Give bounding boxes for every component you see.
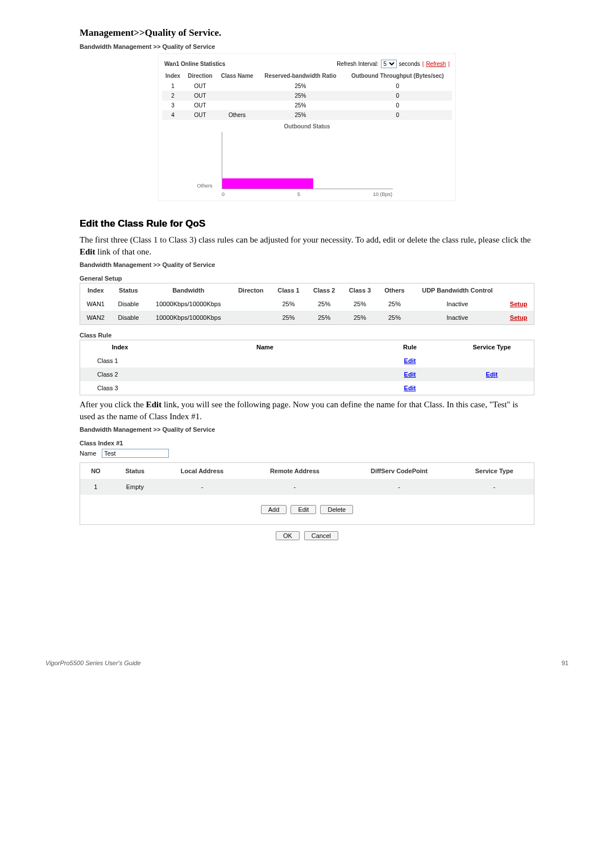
- cell: [231, 311, 271, 325]
- cell: Class 1: [80, 354, 160, 368]
- cell: OUT: [184, 91, 217, 101]
- cell: Edit: [450, 368, 534, 381]
- cell: Inactive: [412, 297, 504, 311]
- cell: 25%: [271, 311, 306, 325]
- cell: [160, 381, 370, 395]
- table-row: WAN2 Disable 10000Kbps/10000Kbps 25% 25%…: [80, 311, 534, 325]
- cell: Edit: [370, 354, 450, 368]
- th-udp: UDP Bandwidth Control: [412, 283, 504, 298]
- edit-link[interactable]: Edit: [486, 371, 498, 378]
- edit-link[interactable]: Edit: [404, 357, 416, 364]
- cell: 25%: [271, 297, 306, 311]
- cell: 2: [162, 91, 184, 101]
- general-setup-title: General Setup: [80, 275, 534, 282]
- chart-title: Outbound Status: [162, 123, 452, 130]
- cell: -: [344, 479, 455, 495]
- th-svc: Service Type: [454, 463, 534, 479]
- text: After you click the: [80, 400, 146, 409]
- setup-link[interactable]: Setup: [510, 301, 528, 307]
- delete-button[interactable]: Delete: [320, 505, 353, 514]
- th-no: NO: [80, 463, 111, 479]
- cell: 10000Kbps/10000Kbps: [146, 311, 231, 325]
- cell: 25%: [377, 311, 411, 325]
- cell: Edit: [370, 368, 450, 381]
- text-bold: Edit: [146, 400, 162, 409]
- th-blank: [503, 283, 534, 298]
- cell: Setup: [503, 297, 534, 311]
- cell: 25%: [306, 311, 342, 325]
- cell: [160, 354, 370, 368]
- cell: Class 2: [80, 368, 160, 381]
- cell: -: [159, 479, 246, 495]
- edit-link[interactable]: Edit: [404, 371, 416, 378]
- text-bold: Edit: [80, 247, 96, 256]
- th-others: Others: [377, 283, 411, 298]
- breadcrumb-1: Bandwidth Management >> Quality of Servi…: [80, 43, 534, 50]
- seconds-label: seconds: [399, 61, 420, 67]
- setup-link[interactable]: Setup: [510, 314, 528, 321]
- th-direction: Direction: [184, 70, 217, 81]
- cell: 25%: [377, 297, 411, 311]
- cell: 0: [343, 91, 452, 101]
- pipe: |: [448, 61, 450, 67]
- stats-title: Wan1 Online Statistics: [164, 61, 225, 67]
- th-class3: Class 3: [342, 283, 378, 298]
- th-class2: Class 2: [306, 283, 342, 298]
- refresh-link[interactable]: Refresh: [426, 61, 446, 67]
- cancel-button[interactable]: Cancel: [304, 531, 338, 540]
- cell: 0: [343, 110, 452, 120]
- stats-table: Index Direction Class Name Reserved-band…: [162, 70, 452, 120]
- cell: Others: [217, 110, 258, 120]
- cell: 25%: [258, 110, 343, 120]
- cell: [450, 354, 534, 368]
- title-post: .: [219, 27, 221, 38]
- th-local: Local Address: [159, 463, 246, 479]
- refresh-interval-select[interactable]: 5: [381, 60, 397, 68]
- pipe: |: [422, 61, 424, 67]
- name-input[interactable]: [102, 449, 169, 458]
- table-row: 2 OUT 25% 0: [162, 91, 452, 101]
- cell: 0: [343, 101, 452, 110]
- cell: [160, 368, 370, 381]
- y-label: Others: [197, 183, 213, 189]
- breadcrumb-2: Bandwidth Management >> Quality of Servi…: [80, 261, 534, 268]
- cell: Edit: [370, 381, 450, 395]
- cell: -: [454, 479, 534, 495]
- online-stats-panel: Wan1 Online Statistics Refresh Interval:…: [158, 53, 456, 201]
- cell: 25%: [258, 91, 343, 101]
- title-pre: Management>>Quality of Service: [80, 27, 219, 38]
- class-rule-title: Class Rule: [80, 332, 534, 339]
- cell: WAN2: [80, 311, 111, 325]
- cell: 1: [80, 479, 111, 495]
- cell: Disable: [111, 311, 146, 325]
- cell: 25%: [258, 101, 343, 110]
- th-remote: Remote Address: [246, 463, 344, 479]
- table-row: Class 1 Edit: [80, 354, 534, 368]
- cell: WAN1: [80, 297, 111, 311]
- cell: OUT: [184, 110, 217, 120]
- body-text: After you click the Edit link, you will …: [80, 399, 534, 423]
- cell: -: [246, 479, 344, 495]
- cell: 25%: [342, 311, 378, 325]
- th-class1: Class 1: [271, 283, 306, 298]
- th-rule: Rule: [370, 340, 450, 354]
- ok-button[interactable]: OK: [276, 531, 300, 540]
- edit-link[interactable]: Edit: [404, 385, 416, 391]
- table-row: WAN1 Disable 10000Kbps/10000Kbps 25% 25%…: [80, 297, 534, 311]
- th-name: Name: [160, 340, 370, 354]
- table-row: 3 OUT 25% 0: [162, 101, 452, 110]
- general-setup-table: Index Status Bandwidth Directon Class 1 …: [80, 283, 534, 325]
- edit-button[interactable]: Edit: [291, 505, 316, 514]
- x-ticks: 0 5 10 (Bps): [222, 191, 392, 197]
- cell: 0: [343, 81, 452, 91]
- breadcrumb-3: Bandwidth Management >> Quality of Servi…: [80, 426, 534, 433]
- tick: 0: [222, 191, 225, 197]
- add-button[interactable]: Add: [261, 505, 287, 514]
- section-title: Edit the Class Rule for QoS: [80, 218, 534, 229]
- table-row: Class 3 Edit: [80, 381, 534, 395]
- cell: 10000Kbps/10000Kbps: [146, 297, 231, 311]
- cell: 1: [162, 81, 184, 91]
- cell: Empty: [111, 479, 159, 495]
- th-diffserv: DiffServ CodePoint: [344, 463, 455, 479]
- tick: 5: [297, 191, 300, 197]
